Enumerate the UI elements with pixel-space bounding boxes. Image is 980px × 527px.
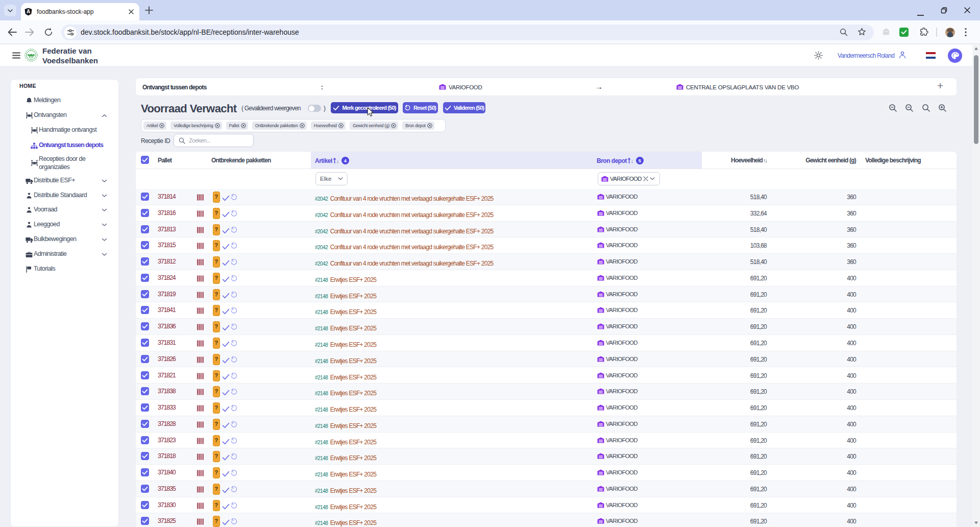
svg-text:A: A xyxy=(27,9,30,14)
